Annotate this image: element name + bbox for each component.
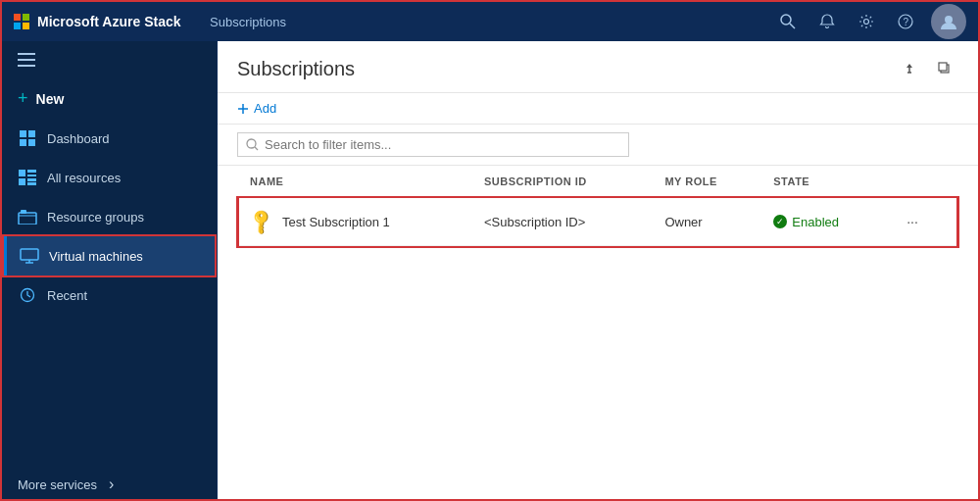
- name-cell: 🔑 Test Subscription 1: [251, 211, 461, 232]
- key-icon: 🔑: [246, 206, 276, 236]
- table-container: NAME SUBSCRIPTION ID MY ROLE STATE 🔑: [218, 166, 978, 501]
- svg-point-5: [945, 16, 953, 24]
- svg-line-1: [790, 24, 795, 28]
- restore-icon: [938, 62, 952, 75]
- svg-rect-7: [18, 59, 35, 61]
- more-services-button[interactable]: More services ›: [2, 466, 217, 501]
- svg-rect-24: [939, 63, 947, 71]
- add-label: Add: [254, 101, 276, 116]
- sidebar-item-resourcegroups[interactable]: Resource groups: [2, 197, 217, 236]
- app-wrapper: Microsoft Azure Stack Subscriptions: [0, 0, 980, 501]
- content-header: Subscriptions: [218, 41, 978, 93]
- state-label: Enabled: [792, 215, 839, 229]
- add-button[interactable]: Add: [237, 101, 276, 116]
- col-actions: [889, 166, 957, 198]
- resourcegroups-icon: [18, 207, 37, 226]
- search-button[interactable]: [770, 4, 806, 39]
- col-name: NAME: [238, 166, 472, 198]
- add-bar: Add: [218, 93, 978, 125]
- user-avatar[interactable]: [931, 4, 966, 39]
- sidebar-item-dashboard-label: Dashboard: [47, 131, 201, 146]
- table-row[interactable]: 🔑 Test Subscription 1 <Subscription ID> …: [238, 198, 957, 246]
- recent-icon: [18, 285, 37, 305]
- allresources-icon: [18, 168, 37, 187]
- content-area: Subscriptions: [218, 41, 978, 501]
- restore-button[interactable]: [931, 55, 958, 82]
- subscriptions-table: NAME SUBSCRIPTION ID MY ROLE STATE 🔑: [237, 166, 958, 246]
- svg-rect-16: [21, 210, 26, 214]
- enabled-dot: ✓: [773, 215, 787, 228]
- svg-rect-6: [18, 53, 35, 55]
- table-header-row: NAME SUBSCRIPTION ID MY ROLE STATE: [238, 166, 957, 198]
- main-layout: + New Dashboard: [2, 41, 978, 501]
- search-icon: [780, 14, 796, 29]
- svg-rect-12: [19, 178, 25, 185]
- cell-ellipsis: ···: [889, 198, 957, 246]
- help-icon: ?: [898, 14, 913, 29]
- search-input[interactable]: [265, 137, 620, 152]
- search-wrapper: [237, 132, 629, 157]
- col-role: MY ROLE: [653, 166, 761, 198]
- svg-point-0: [781, 15, 791, 25]
- hamburger-icon: [18, 53, 35, 67]
- subscription-name: Test Subscription 1: [282, 215, 390, 229]
- brand-label: Microsoft Azure Stack: [37, 14, 181, 29]
- more-services-label: More services: [18, 477, 97, 492]
- cell-role: Owner: [653, 198, 761, 246]
- search-icon: [246, 138, 259, 151]
- pin-icon: [903, 62, 916, 75]
- svg-rect-13: [27, 178, 36, 181]
- brand: Microsoft Azure Stack: [14, 14, 210, 29]
- header-actions: [896, 55, 958, 82]
- svg-text:?: ?: [904, 17, 909, 27]
- svg-line-28: [255, 147, 258, 150]
- sidebar-item-recent-label: Recent: [47, 288, 201, 303]
- add-icon: [237, 103, 249, 115]
- sidebar-item-virtualmachines[interactable]: Virtual machines: [4, 236, 215, 276]
- settings-button[interactable]: [849, 4, 884, 39]
- plus-icon: +: [18, 88, 28, 109]
- svg-rect-8: [18, 65, 35, 67]
- svg-rect-10: [27, 170, 36, 173]
- page-title: Subscriptions: [237, 58, 355, 80]
- svg-rect-15: [19, 213, 36, 225]
- ms-logo: [14, 14, 29, 29]
- sidebar-item-recent[interactable]: Recent: [2, 276, 217, 315]
- sidebar: + New Dashboard: [2, 41, 218, 501]
- sidebar-item-resourcegroups-label: Resource groups: [47, 210, 201, 225]
- topbar-icons: ?: [770, 4, 966, 39]
- sidebar-item-allresources-label: All resources: [47, 171, 201, 185]
- gear-icon: [858, 14, 874, 29]
- virtualmachines-icon: [20, 246, 39, 266]
- svg-rect-9: [19, 170, 25, 176]
- more-services-chevron: ›: [109, 476, 114, 493]
- enabled-badge: ✓ Enabled: [773, 215, 877, 229]
- pin-button[interactable]: [896, 55, 923, 82]
- notifications-button[interactable]: [809, 4, 845, 39]
- sidebar-item-virtualmachines-label: Virtual machines: [49, 249, 199, 264]
- col-subscription-id: SUBSCRIPTION ID: [472, 166, 653, 198]
- svg-point-2: [864, 20, 869, 25]
- col-state: STATE: [761, 166, 889, 198]
- svg-point-27: [247, 139, 256, 148]
- svg-rect-14: [27, 182, 36, 185]
- row-more-button[interactable]: ···: [901, 210, 945, 233]
- avatar-icon: [940, 13, 957, 30]
- breadcrumb: Subscriptions: [210, 15, 770, 29]
- sidebar-item-dashboard[interactable]: Dashboard: [2, 119, 217, 158]
- svg-rect-11: [27, 175, 36, 176]
- top-bar: Microsoft Azure Stack Subscriptions: [2, 2, 978, 41]
- cell-subscription-id: <Subscription ID>: [472, 198, 653, 246]
- dashboard-icon: [18, 128, 37, 148]
- cell-name: 🔑 Test Subscription 1: [238, 198, 472, 246]
- new-button[interactable]: + New: [2, 78, 217, 119]
- new-label: New: [36, 91, 65, 107]
- svg-rect-17: [21, 249, 38, 260]
- cell-state: ✓ Enabled: [761, 198, 889, 246]
- bell-icon: [819, 14, 835, 29]
- search-bar: [218, 125, 978, 166]
- sidebar-item-allresources[interactable]: All resources: [2, 158, 217, 197]
- help-button[interactable]: ?: [888, 4, 923, 39]
- hamburger-button[interactable]: [2, 41, 217, 78]
